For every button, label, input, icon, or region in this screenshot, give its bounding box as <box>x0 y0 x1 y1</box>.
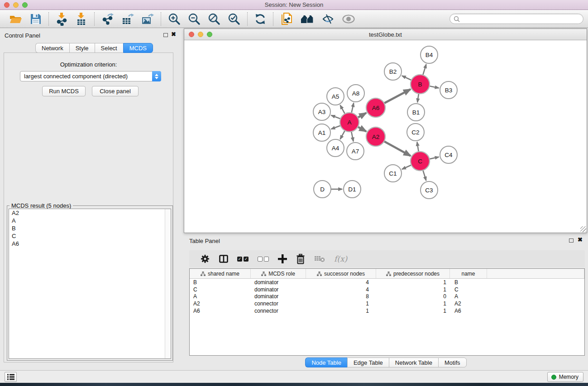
network-window-titlebar[interactable]: testGlobe.txt <box>184 29 587 40</box>
cell[interactable]: A6 <box>450 308 487 314</box>
add-row-button[interactable] <box>273 251 292 267</box>
select-all-button[interactable]: ✓✓ <box>233 251 253 267</box>
network-graph[interactable]: B4B2BB3A8A5A6B1A3AA1C2A2A4A7C4CC1C3DD1 <box>184 40 587 233</box>
network-canvas[interactable]: B4B2BB3A8A5A6B1A3AA1C2A2A4A7C4CC1C3DD1 <box>184 40 587 233</box>
graph-edge-B-B4[interactable] <box>423 64 426 76</box>
graph-edge-A-A4[interactable] <box>340 130 345 139</box>
toggle-column-button[interactable] <box>215 251 233 267</box>
graph-edge-C-C1[interactable] <box>402 165 412 169</box>
cell[interactable]: A2 <box>190 300 251 307</box>
mcds-result-item[interactable]: A <box>9 217 171 224</box>
graph-edge-A-A8[interactable] <box>351 103 354 114</box>
graph-edge-A-A5[interactable] <box>340 105 345 114</box>
graph-edge-A6-B[interactable] <box>383 89 411 104</box>
close-table-panel-icon[interactable]: ✖ <box>578 238 583 242</box>
cell[interactable]: connector <box>251 300 306 307</box>
close-panel-button[interactable]: Close panel <box>92 86 139 96</box>
memory-button[interactable]: Memory <box>547 372 583 382</box>
zoom-in-button[interactable] <box>164 11 184 27</box>
table-settings-button[interactable] <box>196 251 215 267</box>
hide-show-button[interactable] <box>338 11 359 27</box>
cell[interactable]: 4 <box>306 286 376 293</box>
mcds-result-item[interactable]: B <box>9 224 171 232</box>
graph-edge-A-A1[interactable] <box>331 125 342 129</box>
tab-motifs[interactable]: Motifs <box>438 357 467 367</box>
save-session-button[interactable] <box>26 11 45 27</box>
table-row-C[interactable]: Cdominator41C <box>190 286 584 293</box>
tab-network-table[interactable]: Network Table <box>389 357 438 367</box>
table-row-A2[interactable]: A2connector11A2 <box>190 300 584 307</box>
resize-grip[interactable] <box>580 226 586 232</box>
graph-edge-A2-C[interactable] <box>383 141 411 156</box>
cell[interactable]: A6 <box>190 308 251 314</box>
graph-edge-C-C3[interactable] <box>423 169 426 181</box>
graph-edge-A-A2[interactable] <box>357 126 366 131</box>
mcds-result-item[interactable]: C <box>9 232 171 240</box>
cell[interactable]: B <box>190 279 251 286</box>
column-header-shared-name[interactable]: shared name <box>190 269 251 278</box>
zoom-out-button[interactable] <box>184 11 204 27</box>
cell[interactable]: 1 <box>376 308 450 314</box>
delete-row-button[interactable] <box>292 251 310 267</box>
graph-edge-C-C4[interactable] <box>429 157 439 159</box>
cell[interactable]: C <box>190 286 251 293</box>
float-table-panel-icon[interactable] <box>569 238 574 243</box>
search-field[interactable] <box>449 14 583 24</box>
graph-edge-B-B2[interactable] <box>402 76 412 81</box>
table-row-A6[interactable]: A6connector11A6 <box>190 307 584 315</box>
float-panel-icon[interactable] <box>163 33 168 37</box>
cell[interactable]: dominator <box>251 286 306 293</box>
graph-edge-B-B1[interactable] <box>417 93 419 102</box>
tab-edge-table[interactable]: Edge Table <box>347 357 389 367</box>
graph-edge-A-A7[interactable] <box>351 131 354 142</box>
graph-edge-B-B3[interactable] <box>429 86 439 88</box>
cell[interactable]: 1 <box>376 279 450 286</box>
search-input[interactable] <box>462 15 579 22</box>
column-header-mcds-role[interactable]: MCDS role <box>251 269 306 278</box>
import-table-button[interactable] <box>72 11 91 27</box>
table-row-A[interactable]: Adominator80A <box>190 293 584 300</box>
cell[interactable]: 0 <box>376 293 450 300</box>
zoom-fit-button[interactable] <box>204 11 224 27</box>
graph-edge-C-C2[interactable] <box>417 142 419 152</box>
cell[interactable]: dominator <box>251 293 306 300</box>
cell[interactable]: connector <box>251 308 306 314</box>
scrollbar-track[interactable] <box>165 209 171 358</box>
close-panel-icon[interactable]: ✖ <box>171 32 176 37</box>
cell[interactable]: dominator <box>251 279 306 286</box>
graph-edge-A-A6[interactable] <box>357 113 366 118</box>
cell[interactable]: 1 <box>376 300 450 307</box>
column-header-name[interactable]: name <box>450 269 487 278</box>
cell[interactable]: A <box>190 293 251 300</box>
export-table-button[interactable] <box>118 11 138 27</box>
export-image-button[interactable] <box>138 11 158 27</box>
zoom-selected-button[interactable] <box>224 11 244 27</box>
criterion-select[interactable]: largest connected component (directed) <box>20 71 161 81</box>
refresh-button[interactable] <box>251 11 270 27</box>
function-builder-button[interactable]: f(x) <box>330 251 352 267</box>
cell[interactable]: C <box>450 286 487 293</box>
deselect-all-button[interactable] <box>253 251 273 267</box>
home-view-button[interactable] <box>296 11 318 27</box>
cell[interactable]: B <box>450 279 487 286</box>
export-network-button[interactable] <box>98 11 118 27</box>
run-mcds-button[interactable]: Run MCDS <box>42 86 86 96</box>
graph-edge-A-A3[interactable] <box>331 115 342 119</box>
cell[interactable]: 1 <box>376 286 450 293</box>
tab-node-table[interactable]: Node Table <box>305 357 347 367</box>
cell[interactable]: 1 <box>306 300 376 307</box>
tab-network[interactable]: Network <box>35 43 69 53</box>
column-header-successor-nodes[interactable]: successor nodes <box>306 269 376 278</box>
node-table[interactable]: shared nameMCDS rolesuccessor nodesprede… <box>189 268 585 356</box>
tab-select[interactable]: Select <box>95 43 123 53</box>
cell[interactable]: 8 <box>306 293 376 300</box>
cell[interactable]: A <box>450 293 487 300</box>
mcds-result-item[interactable]: A2 <box>9 209 171 217</box>
task-history-button[interactable] <box>5 372 17 382</box>
table-row-B[interactable]: Bdominator41B <box>190 279 584 286</box>
import-network-button[interactable] <box>52 11 72 27</box>
cell[interactable]: 4 <box>306 279 376 286</box>
apply-style-button[interactable] <box>318 11 338 27</box>
tab-style[interactable]: Style <box>69 43 95 53</box>
column-header-predecessor-nodes[interactable]: predecessor nodes <box>376 269 450 278</box>
